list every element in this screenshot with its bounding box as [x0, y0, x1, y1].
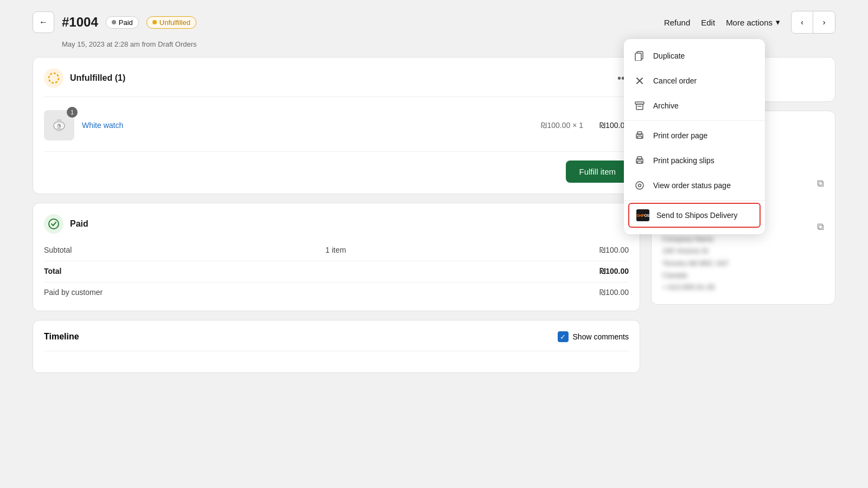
shipping-line3: 100 Victoria St [662, 245, 729, 257]
product-image-wrap: 1 [44, 110, 74, 140]
cancel-order-label: Cancel order [653, 76, 697, 85]
duplicate-action[interactable]: Duplicate [624, 43, 765, 68]
print-packing-icon [634, 155, 646, 166]
archive-action[interactable]: Archive [624, 93, 765, 118]
payment-card-header: Paid [44, 214, 629, 234]
svg-rect-9 [635, 53, 641, 61]
svg-rect-17 [637, 136, 642, 138]
shipping-line4: Toronto AB M5C 1N7 [662, 258, 729, 269]
svg-point-0 [49, 73, 59, 83]
next-order-button[interactable]: › [813, 11, 835, 33]
refund-button[interactable]: Refund [664, 18, 690, 27]
fulfill-row: Fulfill item [44, 151, 629, 183]
shipping-line2: Company Name [662, 233, 729, 245]
edit-button[interactable]: Edit [701, 18, 715, 27]
cancel-order-action[interactable]: Cancel order [624, 68, 765, 93]
header-actions: Refund Edit More actions ▾ ‹ › [664, 11, 835, 34]
show-comments-label: Show comments [573, 332, 629, 341]
print-order-label: Print order page [653, 131, 707, 140]
copy-contact-icon[interactable]: ⧉ [817, 178, 824, 189]
duplicate-label: Duplicate [653, 52, 685, 60]
page-header: ← #1004 Paid Unfulfilled Refund Edit Mor… [33, 0, 835, 39]
archive-icon [634, 100, 646, 112]
print-order-icon [634, 130, 646, 142]
shipping-line5: Canada [662, 269, 729, 281]
timeline-section: Timeline ✓ Show comments [33, 320, 640, 373]
navigation-arrows: ‹ › [791, 11, 835, 34]
paid-badge: Paid [106, 16, 139, 29]
more-actions-dropdown: Duplicate Cancel order Archive [624, 39, 765, 234]
svg-rect-13 [636, 104, 643, 110]
svg-rect-19 [637, 157, 642, 159]
dropdown-divider2 [624, 200, 765, 201]
shipos-delivery-action[interactable]: SHIPOS Send to Shipos Delivery [628, 203, 761, 228]
product-row: 1 White watch ₪100.00 × 1 ₪100.00 [44, 104, 629, 147]
print-packing-label: Print packing slips [653, 156, 714, 165]
dropdown-divider1 [624, 120, 765, 121]
svg-point-22 [639, 184, 641, 187]
payment-card: Paid Subtotal 1 item ₪100.00 Total ₪100.… [33, 203, 640, 311]
print-packing-action[interactable]: Print packing slips [624, 148, 765, 173]
paid-title: Paid [70, 219, 88, 229]
show-comments-checkbox[interactable]: ✓ [558, 331, 569, 342]
payment-details: Subtotal 1 item ₪100.00 Total ₪100.00 Pa… [44, 242, 629, 300]
view-status-action[interactable]: View order status page [624, 173, 765, 198]
unfulfilled-card: Unfulfilled (1) ••• [33, 57, 640, 194]
shipping-line6: + 613-555-01-35 [662, 281, 729, 293]
show-comments-toggle[interactable]: ✓ Show comments [558, 331, 629, 342]
fulfill-item-button[interactable]: Fulfill item [566, 160, 629, 183]
order-number: #1004 [62, 15, 98, 30]
back-button[interactable]: ← [33, 11, 54, 33]
svg-point-21 [636, 182, 643, 189]
prev-order-button[interactable]: ‹ [792, 11, 813, 33]
paid-by-row: Paid by customer ₪100.00 [44, 282, 629, 300]
unfulfilled-dot [152, 20, 157, 24]
subtotal-row: Subtotal 1 item ₪100.00 [44, 242, 629, 258]
copy-shipping-icon[interactable]: ⧉ [817, 221, 824, 233]
shipos-logo-icon: SHIPOS [637, 209, 649, 221]
duplicate-icon [634, 50, 646, 62]
timeline-title: Timeline [44, 332, 79, 342]
unfulfilled-card-header: Unfulfilled (1) ••• [44, 68, 629, 88]
svg-rect-3 [57, 128, 61, 131]
archive-label: Archive [653, 101, 679, 110]
more-actions-button[interactable]: More actions ▾ [726, 17, 780, 27]
product-price: ₪100.00 × 1 [541, 121, 583, 130]
svg-rect-20 [637, 161, 642, 163]
unfulfilled-badge: Unfulfilled [146, 16, 196, 29]
svg-rect-2 [57, 119, 61, 123]
cancel-icon [634, 75, 646, 87]
print-order-action[interactable]: Print order page [624, 123, 765, 148]
product-quantity-badge: 1 [67, 107, 78, 118]
svg-point-7 [49, 219, 59, 229]
timeline-header: Timeline ✓ Show comments [44, 331, 629, 342]
product-name-link[interactable]: White watch [82, 121, 123, 130]
paid-dot [112, 20, 116, 24]
unfulfilled-icon [44, 68, 63, 88]
shipos-delivery-label: Send to Shipos Delivery [656, 211, 737, 220]
left-column: Unfulfilled (1) ••• [33, 57, 640, 488]
svg-rect-16 [637, 132, 642, 134]
chevron-down-icon: ▾ [776, 17, 780, 27]
paid-check-icon [44, 214, 63, 234]
view-status-label: View order status page [653, 181, 731, 190]
product-total: ₪100.00 [591, 121, 629, 130]
view-status-icon [634, 179, 646, 191]
total-row: Total ₪100.00 [44, 261, 629, 279]
unfulfilled-title: Unfulfilled (1) [70, 73, 125, 83]
